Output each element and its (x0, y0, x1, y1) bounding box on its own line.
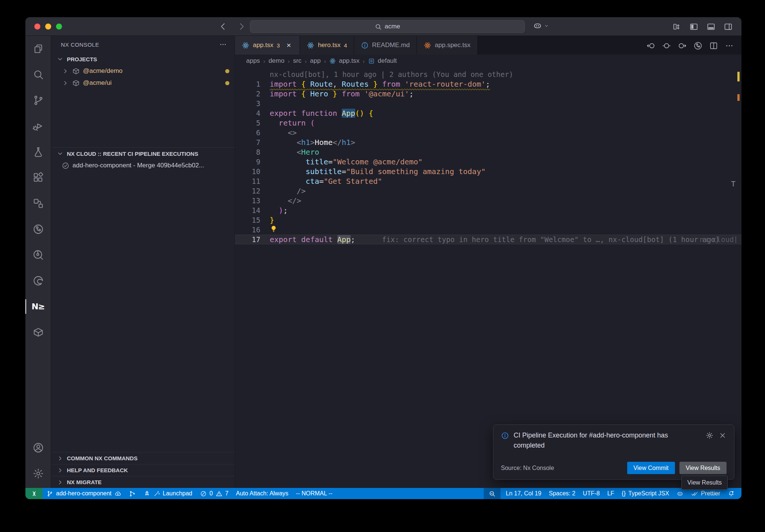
project-tree-item[interactable]: @acme/demo (51, 65, 235, 77)
tab-app-tsx[interactable]: app.tsx 3 × (235, 36, 300, 55)
chevron-down-icon (543, 22, 550, 29)
tab-app-spec-tsx[interactable]: app.spec.tsx (417, 36, 477, 55)
activity-item-search[interactable] (25, 62, 51, 87)
remote-indicator[interactable] (25, 488, 43, 499)
project-tree-item[interactable]: @acme/ui (51, 77, 235, 89)
activity-item-accounts[interactable] (25, 435, 51, 461)
auto-attach-item[interactable]: Auto Attach: Always (232, 488, 292, 499)
wand-icon (153, 490, 160, 497)
tabs: app.tsx 3 × hero.tsx 4 README.md app.spe… (235, 36, 478, 55)
current-change-button[interactable] (660, 39, 673, 52)
breadcrumb-item[interactable]: src (293, 57, 301, 65)
toggle-panel-button[interactable] (705, 21, 717, 33)
split-editor-button[interactable] (707, 39, 720, 52)
line-number[interactable]: 6 (235, 128, 260, 137)
activity-item-nx-console[interactable]: N≥ (25, 294, 51, 319)
activity-item-run-and-debug[interactable] (25, 113, 51, 139)
activity-item-manage-settings[interactable] (25, 461, 51, 486)
gitlens-graph-button[interactable] (691, 39, 704, 52)
view-results-button[interactable]: View Results (679, 462, 727, 474)
activity-bar: N≥ (25, 36, 51, 488)
cursor-position-item[interactable]: Ln 17, Col 19 (502, 488, 545, 499)
collapsed-section-nx-migrate[interactable]: NX MIGRATE (51, 476, 235, 488)
cloud-upload-icon (114, 490, 121, 497)
breadcrumb-item[interactable]: demo (269, 57, 285, 65)
previous-change-button[interactable] (644, 39, 657, 52)
projects-section-header[interactable]: PROJECTS (51, 53, 235, 65)
activity-item-gitlens-inspect[interactable] (25, 242, 51, 268)
launchpad-item[interactable]: Launchpad (140, 488, 196, 499)
indentation-item[interactable]: Spaces: 2 (545, 488, 579, 499)
maximize-window-button[interactable] (56, 24, 62, 30)
eol-item[interactable]: LF (604, 488, 618, 499)
code-line-13: 13 </> (235, 196, 741, 205)
activity-item-containers[interactable] (25, 319, 51, 345)
encoding-item[interactable]: UTF-8 (579, 488, 603, 499)
line-number[interactable]: 3 (235, 99, 260, 108)
view-commit-button[interactable]: View Commit (627, 462, 675, 474)
back-button[interactable] (217, 20, 229, 33)
tab-README-md[interactable]: README.md (354, 36, 417, 55)
zoom-item[interactable] (484, 488, 501, 499)
line-number[interactable]: 14 (235, 205, 260, 215)
breadcrumb-item[interactable]: app.tsx (329, 57, 359, 65)
activity-item-testing[interactable] (25, 139, 51, 165)
activity-item-nx-cloud[interactable] (25, 216, 51, 242)
problems-item[interactable]: 07 (196, 488, 232, 499)
next-change-button[interactable] (676, 39, 688, 52)
line-number[interactable]: 10 (235, 167, 260, 176)
nx-cloud-section-header[interactable]: NX CLOUD :: RECENT CI PIPELINE EXECUTION… (51, 148, 235, 160)
line-number[interactable]: 4 (235, 108, 260, 118)
line-number[interactable]: 15 (235, 215, 260, 225)
git-graph-item[interactable] (125, 488, 140, 499)
command-center-search[interactable]: acme (250, 20, 525, 33)
line-number[interactable]: 2 (235, 89, 260, 99)
notification-close-icon[interactable] (719, 432, 727, 439)
line-number[interactable]: 1 (235, 79, 260, 89)
activity-item-extensions[interactable] (25, 165, 51, 191)
breadcrumb-item[interactable]: apps (246, 57, 260, 65)
activity-item-explorer[interactable] (25, 36, 51, 62)
breadcrumb-item[interactable]: app (310, 57, 320, 65)
layout-controls (670, 21, 734, 33)
ci-pipeline-execution-item[interactable]: add-hero-component - Merge 409b44e5cb02.… (51, 160, 235, 171)
line-number[interactable]: 11 (235, 176, 260, 186)
line-number[interactable]: 17 (235, 235, 260, 244)
activity-item-source-control[interactable] (25, 87, 51, 113)
collapsed-section-common-nx-commands[interactable]: COMMON NX COMMANDS (51, 452, 235, 464)
tab-hero-tsx[interactable]: hero.tsx 4 (300, 36, 354, 55)
activity-item-edge-tools[interactable] (25, 268, 51, 294)
activity-item-related-views[interactable] (25, 191, 51, 216)
vim-mode-item[interactable]: -- NORMAL -- (292, 488, 336, 499)
customize-layout-button[interactable] (670, 21, 682, 33)
copilot-menu[interactable] (533, 21, 550, 31)
lightbulb-icon[interactable] (270, 225, 278, 233)
collapsed-section-help-and-feedback[interactable]: HELP AND FEEDBACK (51, 464, 235, 476)
line-number[interactable]: 9 (235, 157, 260, 167)
language-item[interactable]: {}TypeScript JSX (618, 488, 673, 499)
breadcrumb: apps›demo›src›app›app.tsx›default (235, 55, 741, 67)
error-slash-icon (200, 490, 207, 497)
line-number[interactable]: 13 (235, 196, 260, 205)
breadcrumb-separator: › (263, 58, 265, 64)
toggle-secondary-sidebar-button[interactable] (722, 21, 734, 33)
more-actions-icon[interactable] (219, 40, 227, 49)
minimize-window-button[interactable] (45, 24, 51, 30)
notification-settings-gear-icon[interactable] (706, 432, 713, 439)
line-number[interactable]: 5 (235, 118, 260, 128)
rocket-icon (143, 490, 151, 497)
notification-toast: CI Pipeline Execution for #add-hero-comp… (493, 424, 734, 480)
close-window-button[interactable] (34, 24, 40, 30)
line-number[interactable]: 12 (235, 186, 260, 196)
run-debug-icon (32, 120, 44, 132)
sidebar-spacer (51, 89, 235, 147)
line-number[interactable]: 16 (235, 225, 260, 235)
git-branch-item[interactable]: add-hero-component (43, 488, 125, 499)
forward-button[interactable] (235, 20, 248, 33)
breadcrumb-item[interactable]: default (368, 57, 397, 65)
more-actions-button[interactable] (723, 39, 735, 52)
line-number[interactable]: 7 (235, 137, 260, 147)
toggle-primary-sidebar-button[interactable] (688, 21, 700, 33)
line-number[interactable]: 8 (235, 147, 260, 157)
close-tab-icon[interactable]: × (285, 41, 293, 49)
